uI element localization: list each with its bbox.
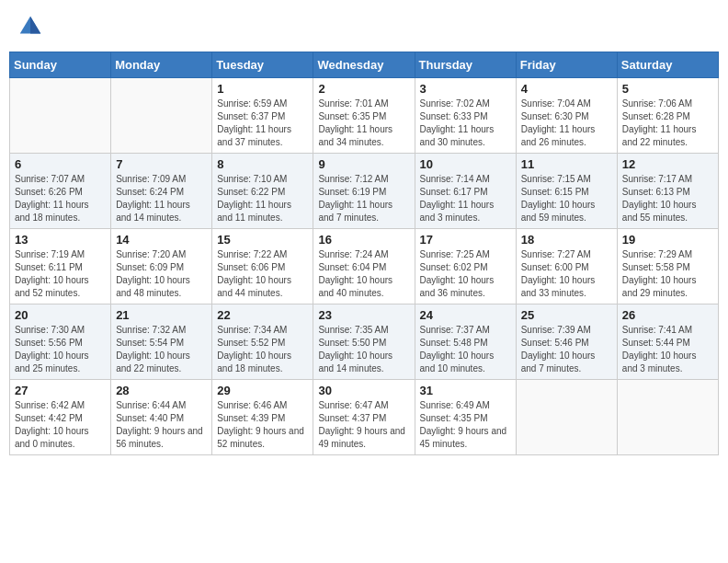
day-info: Sunrise: 6:44 AMSunset: 4:40 PMDaylight:… <box>116 399 207 451</box>
calendar-cell: 27Sunrise: 6:42 AMSunset: 4:42 PMDayligh… <box>10 380 111 455</box>
day-number: 15 <box>217 233 308 247</box>
day-info: Sunrise: 7:14 AMSunset: 6:17 PMDaylight:… <box>420 173 511 224</box>
day-info: Sunrise: 7:02 AMSunset: 6:33 PMDaylight:… <box>420 98 511 149</box>
day-info: Sunrise: 7:34 AMSunset: 5:52 PMDaylight:… <box>217 324 308 375</box>
day-number: 14 <box>116 233 207 247</box>
day-info: Sunrise: 7:06 AMSunset: 6:28 PMDaylight:… <box>622 98 713 149</box>
calendar-cell <box>617 380 718 455</box>
weekday-header-sunday: Sunday <box>10 52 111 78</box>
day-info: Sunrise: 7:20 AMSunset: 6:09 PMDaylight:… <box>116 248 207 300</box>
logo <box>17 13 46 40</box>
day-number: 2 <box>318 82 409 96</box>
weekday-header-friday: Friday <box>516 52 617 78</box>
day-info: Sunrise: 7:12 AMSunset: 6:19 PMDaylight:… <box>318 173 409 224</box>
day-info: Sunrise: 7:37 AMSunset: 5:48 PMDaylight:… <box>420 324 511 375</box>
calendar-cell: 15Sunrise: 7:22 AMSunset: 6:06 PMDayligh… <box>212 229 313 304</box>
calendar-cell <box>111 78 212 154</box>
calendar-cell: 16Sunrise: 7:24 AMSunset: 6:04 PMDayligh… <box>313 229 415 304</box>
day-info: Sunrise: 6:46 AMSunset: 4:39 PMDaylight:… <box>217 399 308 451</box>
calendar-cell: 2Sunrise: 7:01 AMSunset: 6:35 PMDaylight… <box>313 78 415 154</box>
day-info: Sunrise: 6:49 AMSunset: 4:35 PMDaylight:… <box>420 399 511 451</box>
day-number: 11 <box>521 157 612 171</box>
calendar-cell: 29Sunrise: 6:46 AMSunset: 4:39 PMDayligh… <box>212 380 313 455</box>
day-number: 18 <box>521 233 612 247</box>
calendar-cell: 31Sunrise: 6:49 AMSunset: 4:35 PMDayligh… <box>415 380 516 455</box>
day-info: Sunrise: 6:42 AMSunset: 4:42 PMDaylight:… <box>15 399 106 451</box>
weekday-header-wednesday: Wednesday <box>313 52 415 78</box>
calendar-cell: 22Sunrise: 7:34 AMSunset: 5:52 PMDayligh… <box>212 304 313 380</box>
calendar-cell: 4Sunrise: 7:04 AMSunset: 6:30 PMDaylight… <box>516 78 617 154</box>
day-number: 22 <box>217 308 308 322</box>
day-info: Sunrise: 7:29 AMSunset: 5:58 PMDaylight:… <box>622 248 713 300</box>
calendar-cell: 26Sunrise: 7:41 AMSunset: 5:44 PMDayligh… <box>617 304 718 380</box>
calendar-cell: 21Sunrise: 7:32 AMSunset: 5:54 PMDayligh… <box>111 304 212 380</box>
weekday-header-tuesday: Tuesday <box>212 52 313 78</box>
logo-icon <box>17 13 44 40</box>
calendar-week-row: 6Sunrise: 7:07 AMSunset: 6:26 PMDaylight… <box>10 154 719 229</box>
weekday-header-monday: Monday <box>111 52 212 78</box>
calendar-header-row: SundayMondayTuesdayWednesdayThursdayFrid… <box>10 52 719 78</box>
calendar-cell: 5Sunrise: 7:06 AMSunset: 6:28 PMDaylight… <box>617 78 718 154</box>
day-info: Sunrise: 7:04 AMSunset: 6:30 PMDaylight:… <box>521 98 612 149</box>
calendar-cell: 17Sunrise: 7:25 AMSunset: 6:02 PMDayligh… <box>415 229 516 304</box>
day-info: Sunrise: 7:35 AMSunset: 5:50 PMDaylight:… <box>318 324 409 375</box>
calendar-cell: 11Sunrise: 7:15 AMSunset: 6:15 PMDayligh… <box>516 154 617 229</box>
day-info: Sunrise: 7:27 AMSunset: 6:00 PMDaylight:… <box>521 248 612 300</box>
day-number: 7 <box>116 157 207 171</box>
day-number: 24 <box>420 308 511 322</box>
calendar-cell: 20Sunrise: 7:30 AMSunset: 5:56 PMDayligh… <box>10 304 111 380</box>
day-number: 8 <box>217 157 308 171</box>
calendar-cell: 7Sunrise: 7:09 AMSunset: 6:24 PMDaylight… <box>111 154 212 229</box>
day-number: 16 <box>318 233 409 247</box>
calendar-cell: 8Sunrise: 7:10 AMSunset: 6:22 PMDaylight… <box>212 154 313 229</box>
day-number: 6 <box>15 157 106 171</box>
day-info: Sunrise: 7:22 AMSunset: 6:06 PMDaylight:… <box>217 248 308 300</box>
day-info: Sunrise: 7:17 AMSunset: 6:13 PMDaylight:… <box>622 173 713 224</box>
calendar-week-row: 27Sunrise: 6:42 AMSunset: 4:42 PMDayligh… <box>10 380 719 455</box>
day-number: 28 <box>116 384 207 397</box>
day-info: Sunrise: 7:24 AMSunset: 6:04 PMDaylight:… <box>318 248 409 300</box>
calendar-cell <box>10 78 111 154</box>
day-info: Sunrise: 7:09 AMSunset: 6:24 PMDaylight:… <box>116 173 207 224</box>
day-number: 20 <box>15 308 106 322</box>
calendar-week-row: 20Sunrise: 7:30 AMSunset: 5:56 PMDayligh… <box>10 304 719 380</box>
calendar-cell: 1Sunrise: 6:59 AMSunset: 6:37 PMDaylight… <box>212 78 313 154</box>
calendar-cell: 19Sunrise: 7:29 AMSunset: 5:58 PMDayligh… <box>617 229 718 304</box>
day-info: Sunrise: 7:25 AMSunset: 6:02 PMDaylight:… <box>420 248 511 300</box>
calendar-cell <box>516 380 617 455</box>
calendar-cell: 28Sunrise: 6:44 AMSunset: 4:40 PMDayligh… <box>111 380 212 455</box>
calendar-cell: 9Sunrise: 7:12 AMSunset: 6:19 PMDaylight… <box>313 154 415 229</box>
day-number: 4 <box>521 82 612 96</box>
day-info: Sunrise: 7:39 AMSunset: 5:46 PMDaylight:… <box>521 324 612 375</box>
calendar-cell: 23Sunrise: 7:35 AMSunset: 5:50 PMDayligh… <box>313 304 415 380</box>
calendar-cell: 3Sunrise: 7:02 AMSunset: 6:33 PMDaylight… <box>415 78 516 154</box>
day-info: Sunrise: 7:01 AMSunset: 6:35 PMDaylight:… <box>318 98 409 149</box>
day-number: 5 <box>622 82 713 96</box>
day-info: Sunrise: 7:07 AMSunset: 6:26 PMDaylight:… <box>15 173 106 224</box>
calendar-cell: 6Sunrise: 7:07 AMSunset: 6:26 PMDaylight… <box>10 154 111 229</box>
day-number: 23 <box>318 308 409 322</box>
day-info: Sunrise: 7:19 AMSunset: 6:11 PMDaylight:… <box>15 248 106 300</box>
day-number: 29 <box>217 384 308 397</box>
svg-marker-1 <box>30 17 40 34</box>
weekday-header-thursday: Thursday <box>415 52 516 78</box>
weekday-header-saturday: Saturday <box>617 52 718 78</box>
day-number: 3 <box>420 82 511 96</box>
day-number: 19 <box>622 233 713 247</box>
calendar-week-row: 13Sunrise: 7:19 AMSunset: 6:11 PMDayligh… <box>10 229 719 304</box>
calendar-cell: 10Sunrise: 7:14 AMSunset: 6:17 PMDayligh… <box>415 154 516 229</box>
day-info: Sunrise: 6:59 AMSunset: 6:37 PMDaylight:… <box>217 98 308 149</box>
day-info: Sunrise: 7:41 AMSunset: 5:44 PMDaylight:… <box>622 324 713 375</box>
page-header <box>9 9 719 44</box>
calendar-cell: 14Sunrise: 7:20 AMSunset: 6:09 PMDayligh… <box>111 229 212 304</box>
calendar-cell: 30Sunrise: 6:47 AMSunset: 4:37 PMDayligh… <box>313 380 415 455</box>
day-info: Sunrise: 7:15 AMSunset: 6:15 PMDaylight:… <box>521 173 612 224</box>
calendar-cell: 12Sunrise: 7:17 AMSunset: 6:13 PMDayligh… <box>617 154 718 229</box>
calendar-cell: 24Sunrise: 7:37 AMSunset: 5:48 PMDayligh… <box>415 304 516 380</box>
day-number: 17 <box>420 233 511 247</box>
day-number: 25 <box>521 308 612 322</box>
day-number: 1 <box>217 82 308 96</box>
day-number: 10 <box>420 157 511 171</box>
day-info: Sunrise: 7:30 AMSunset: 5:56 PMDaylight:… <box>15 324 106 375</box>
calendar-week-row: 1Sunrise: 6:59 AMSunset: 6:37 PMDaylight… <box>10 78 719 154</box>
